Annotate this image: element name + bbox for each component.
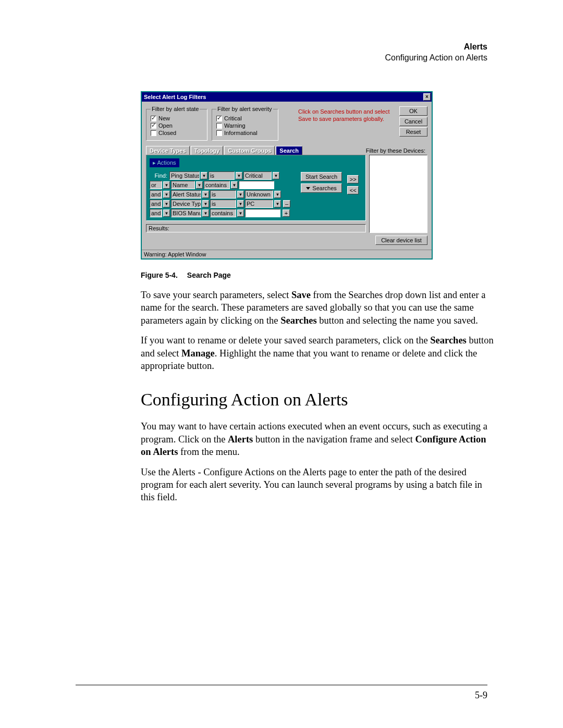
chevron-down-icon[interactable]: ▼ xyxy=(237,191,244,198)
search-panel: ▸ Actions Find: Ping Status▼ is▼ Critica… xyxy=(146,155,366,221)
chevron-down-icon[interactable]: ▼ xyxy=(202,200,209,207)
ok-button[interactable]: OK xyxy=(399,106,427,116)
paragraph-1: To save your search parameters, select S… xyxy=(141,289,495,327)
page: Alerts Configuring Action on Alerts Sele… xyxy=(0,0,563,728)
checkbox-label: Critical xyxy=(224,115,242,121)
actions-subtab[interactable]: ▸ Actions xyxy=(150,158,179,167)
op-select[interactable]: is xyxy=(210,200,236,208)
add-remove-rows: + xyxy=(283,209,290,217)
chevron-down-icon[interactable]: ▼ xyxy=(231,181,238,189)
legend-state: Filter by alert state xyxy=(151,106,200,112)
chevron-down-icon[interactable]: ▼ xyxy=(163,200,170,207)
op-select[interactable]: contains xyxy=(210,209,236,217)
conj-select[interactable]: and xyxy=(150,200,162,208)
tab-search[interactable]: Search xyxy=(276,146,302,155)
fieldset-alert-state: Filter by alert state New Open Closed xyxy=(146,106,207,141)
op-select[interactable]: is xyxy=(209,171,235,180)
hint-text: Click on Searches button and select Save… xyxy=(283,106,395,141)
value-input[interactable] xyxy=(239,181,274,189)
chevron-down-icon[interactable]: ▼ xyxy=(163,209,170,217)
field-select[interactable]: Name xyxy=(171,181,195,189)
checkbox-row-warning[interactable]: Warning xyxy=(216,122,274,129)
value-select[interactable]: Critical xyxy=(243,171,272,180)
checkbox-icon[interactable] xyxy=(151,123,156,129)
lower-row: ▸ Actions Find: Ping Status▼ is▼ Critica… xyxy=(146,155,427,245)
caption-title: Search Page xyxy=(187,271,231,279)
dialog-buttons: OK Cancel Reset xyxy=(399,106,427,141)
chevron-down-icon[interactable]: ▼ xyxy=(237,200,244,207)
field-select[interactable]: Ping Status xyxy=(169,171,200,180)
reset-button[interactable]: Reset xyxy=(399,127,427,137)
checkbox-row-critical[interactable]: Critical xyxy=(216,115,274,121)
field-select[interactable]: BIOS Manu xyxy=(171,209,201,217)
fieldset-alert-severity: Filter by alert severity Critical Warnin… xyxy=(212,106,278,141)
page-header: Alerts Configuring Action on Alerts xyxy=(385,42,487,64)
checkbox-icon[interactable] xyxy=(216,130,222,136)
results-row: Results: xyxy=(146,224,366,232)
checkbox-label: Informational xyxy=(224,130,258,136)
header-title: Alerts xyxy=(385,42,487,53)
tab-custom-groups[interactable]: Custom Groups xyxy=(224,146,275,155)
criteria-row: Find: Ping Status▼ is▼ Critical▼ xyxy=(150,171,290,180)
chevron-down-icon[interactable]: ▼ xyxy=(236,172,242,179)
op-select[interactable]: is xyxy=(210,190,236,199)
searches-button[interactable]: Searches xyxy=(301,183,342,193)
clear-device-list-button[interactable]: Clear device list xyxy=(375,236,427,245)
chevron-down-icon[interactable]: ▼ xyxy=(163,191,170,198)
paragraph-2: If you want to rename or delete your sav… xyxy=(141,334,495,372)
checkbox-label: Warning xyxy=(224,122,246,129)
remove-row-button[interactable]: – xyxy=(283,200,290,207)
add-row-button[interactable]: + xyxy=(283,209,290,217)
tabs: Device Types Topology Custom Groups Sear… xyxy=(146,146,302,155)
conj-select[interactable]: and xyxy=(150,209,162,217)
dialog-title: Select Alert Log Filters xyxy=(144,94,206,100)
checkbox-row-informational[interactable]: Informational xyxy=(216,130,274,136)
checkbox-icon[interactable] xyxy=(216,123,222,129)
chevron-down-icon[interactable]: ▼ xyxy=(201,172,207,179)
move-right-button[interactable]: >> xyxy=(347,175,359,183)
search-area: Find: Ping Status▼ is▼ Critical▼ or▼ Nam… xyxy=(150,171,362,217)
checkbox-icon[interactable] xyxy=(151,130,156,136)
criteria-rows: Find: Ping Status▼ is▼ Critical▼ or▼ Nam… xyxy=(150,171,290,217)
checkbox-label: New xyxy=(158,115,170,121)
chevron-down-icon[interactable]: ▼ xyxy=(274,191,281,198)
field-select[interactable]: Device Typ xyxy=(171,200,201,208)
results-box: Results: xyxy=(146,224,366,232)
chevron-down-icon[interactable]: ▼ xyxy=(196,181,203,189)
checkbox-row-closed[interactable]: Closed xyxy=(151,130,203,136)
section-heading: Configuring Action on Alerts xyxy=(141,390,495,410)
chevron-down-icon[interactable]: ▼ xyxy=(202,191,209,198)
chevron-down-icon[interactable]: ▼ xyxy=(202,209,209,217)
checkbox-icon[interactable] xyxy=(216,116,222,121)
chevron-down-icon[interactable]: ▼ xyxy=(237,209,244,217)
cancel-button[interactable]: Cancel xyxy=(399,117,427,126)
criteria-row: and▼ BIOS Manu▼ contains▼ + xyxy=(150,209,290,217)
chevron-down-icon[interactable]: ▼ xyxy=(273,172,279,179)
top-row: Filter by alert state New Open Closed xyxy=(146,106,427,141)
chevron-down-icon xyxy=(306,187,310,190)
figure-caption: Figure 5-4.Search Page xyxy=(141,271,495,279)
field-select[interactable]: Alert Status xyxy=(171,190,201,199)
checkbox-row-new[interactable]: New xyxy=(151,115,203,121)
op-select[interactable]: contains xyxy=(204,181,230,189)
tab-topology[interactable]: Topology xyxy=(191,146,224,155)
conj-select[interactable]: and xyxy=(150,190,162,199)
checkbox-row-open[interactable]: Open xyxy=(151,122,203,129)
tab-device-types[interactable]: Device Types xyxy=(146,146,190,155)
conj-select[interactable]: or xyxy=(150,181,162,189)
close-icon[interactable]: × xyxy=(423,93,431,101)
value-input[interactable] xyxy=(245,209,280,217)
start-search-button[interactable]: Start Search xyxy=(301,172,342,181)
chevron-down-icon[interactable]: ▼ xyxy=(163,181,170,189)
checkbox-icon[interactable] xyxy=(151,116,156,121)
value-select[interactable]: Unknown xyxy=(245,190,273,199)
dialog-select-alert-log-filters: Select Alert Log Filters × Filter by ale… xyxy=(141,91,433,260)
add-remove-rows: – xyxy=(283,200,290,207)
filter-by-label: Filter by these Devices: xyxy=(366,147,427,155)
value-select[interactable]: PC xyxy=(245,200,273,208)
paragraph-3: You may want to have certain actions exe… xyxy=(141,420,495,458)
move-left-button[interactable]: << xyxy=(347,186,359,194)
device-list[interactable] xyxy=(369,155,427,233)
chevron-down-icon[interactable]: ▼ xyxy=(274,200,281,207)
content: Select Alert Log Filters × Filter by ale… xyxy=(141,91,495,504)
